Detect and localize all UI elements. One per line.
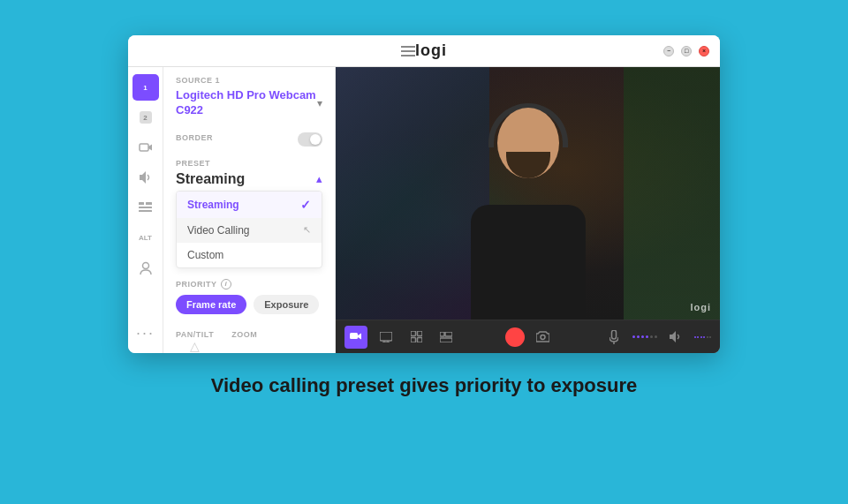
svg-rect-14 — [411, 331, 416, 336]
preset-dropdown: Streaming ✓ Video Calling ↖ Custom — [176, 191, 322, 268]
zoom-group: ZOOM — [231, 330, 257, 353]
preset-item-streaming[interactable]: Streaming ✓ — [177, 192, 322, 218]
sidebar-item-more[interactable]: ··· — [132, 320, 159, 346]
svg-point-21 — [541, 335, 545, 340]
camera-icon — [139, 140, 153, 154]
svg-rect-20 — [440, 338, 452, 342]
toolbar-gallery-icon[interactable] — [435, 326, 458, 349]
svg-rect-0 — [140, 144, 148, 151]
pantilt-group: PAN/TILT △ — [176, 330, 214, 353]
layout-icon — [139, 202, 152, 214]
svg-rect-6 — [139, 210, 152, 212]
close-button[interactable]: × — [699, 46, 709, 56]
svg-rect-3 — [139, 202, 144, 205]
user-icon — [140, 261, 152, 275]
toolbar-screen-icon[interactable] — [375, 326, 398, 349]
svg-marker-2 — [140, 171, 146, 184]
zoom-label: ZOOM — [231, 330, 257, 339]
priority-label-row: PRIORITY i — [176, 279, 322, 290]
toggle-knob — [310, 134, 321, 145]
app-body: 1 2 — [128, 67, 720, 353]
sidebar-item-audio[interactable] — [132, 164, 159, 191]
audio-icon — [140, 170, 152, 184]
minimize-button[interactable]: − — [663, 46, 674, 56]
source-1-badge: 1 — [140, 81, 152, 94]
source-selector[interactable]: Logitech HD Pro Webcam C922 ▾ — [176, 88, 322, 118]
sidebar-item-source-2[interactable]: 2 — [132, 104, 159, 131]
svg-rect-17 — [417, 338, 422, 343]
sidebar-item-camera[interactable] — [132, 134, 159, 161]
preset-section-label: PRESET — [176, 159, 322, 168]
exposure-button[interactable]: Exposure — [254, 295, 319, 314]
settings-panel: SOURCE 1 Logitech HD Pro Webcam C922 ▾ B… — [163, 67, 336, 353]
svg-rect-18 — [440, 332, 444, 336]
priority-info-icon: i — [221, 279, 231, 290]
sidebar-item-layout[interactable] — [132, 194, 159, 221]
svg-rect-5 — [139, 207, 152, 208]
mic-level-indicator — [632, 335, 657, 338]
svg-marker-9 — [358, 333, 361, 339]
sidebar-item-user[interactable] — [132, 254, 159, 281]
source-2-badge: 2 — [140, 111, 152, 124]
source-section: SOURCE 1 Logitech HD Pro Webcam C922 ▾ — [163, 67, 335, 124]
preset-video-calling-label: Video Calling — [187, 224, 250, 237]
border-toggle[interactable] — [298, 132, 322, 147]
person-silhouette — [440, 99, 617, 320]
framerate-button[interactable]: Frame rate — [176, 295, 246, 314]
preset-section: PRESET Streaming ▴ Streaming ✓ Video Cal… — [163, 155, 335, 272]
svg-rect-19 — [445, 332, 452, 336]
beard — [506, 152, 550, 178]
svg-rect-8 — [350, 333, 358, 339]
svg-rect-10 — [380, 332, 392, 341]
sidebar-item-source-1[interactable]: 1 — [132, 74, 159, 101]
pantilt-label: PAN/TILT — [176, 330, 214, 339]
toolbar-webcam-icon[interactable] — [344, 326, 367, 349]
preset-streaming-check-icon: ✓ — [300, 198, 311, 212]
preset-item-custom[interactable]: Custom — [177, 243, 322, 267]
pantilt-up-arrow-icon[interactable]: △ — [176, 339, 214, 353]
priority-section: PRIORITY i Frame rate Exposure — [163, 272, 335, 321]
toolbar-screenshot-icon[interactable] — [532, 326, 555, 349]
svg-rect-15 — [417, 331, 422, 336]
record-button[interactable] — [505, 327, 525, 347]
priority-label: PRIORITY — [176, 280, 217, 289]
toolbar-grid-icon[interactable] — [405, 326, 428, 349]
sidebar-item-alt[interactable]: ALT — [132, 224, 159, 251]
caption: Video calling preset gives priority to e… — [176, 374, 673, 397]
video-area: logi — [336, 67, 720, 353]
border-row: BORDER — [163, 127, 335, 152]
menu-icon[interactable] — [401, 46, 415, 56]
source-chevron-down-icon: ▾ — [317, 97, 322, 109]
preset-header[interactable]: Streaming ▴ — [176, 171, 322, 187]
svg-rect-16 — [411, 338, 416, 343]
speaker-level-indicator — [694, 336, 712, 338]
svg-rect-22 — [611, 330, 616, 339]
icon-sidebar: 1 2 — [128, 67, 163, 353]
svg-point-7 — [142, 262, 148, 268]
video-toolbar — [336, 320, 720, 353]
preset-selected-label: Streaming — [176, 171, 245, 187]
toolbar-speaker-icon[interactable] — [664, 326, 687, 349]
maximize-button[interactable]: □ — [681, 46, 692, 56]
cursor-indicator: ↖ — [303, 224, 311, 236]
head — [497, 108, 559, 178]
video-watermark: logi — [690, 302, 711, 312]
svg-marker-24 — [670, 331, 676, 342]
plant-background — [624, 67, 720, 320]
source-name: Logitech HD Pro Webcam C922 — [176, 88, 317, 118]
preset-custom-label: Custom — [187, 249, 223, 261]
preset-item-video-calling[interactable]: Video Calling ↖ — [177, 218, 322, 243]
preset-streaming-label: Streaming — [187, 199, 239, 211]
pantilt-section: PAN/TILT △ ZOOM — [163, 325, 335, 353]
toolbar-mic-icon[interactable] — [602, 326, 625, 349]
video-preview: logi — [336, 67, 720, 320]
priority-buttons: Frame rate Exposure — [176, 295, 322, 314]
source-label: SOURCE 1 — [176, 76, 322, 85]
title-bar: logi − □ × — [128, 35, 720, 67]
video-background — [336, 67, 720, 320]
svg-rect-4 — [146, 202, 152, 205]
preset-chevron-up-icon: ▴ — [316, 172, 322, 185]
body — [471, 205, 586, 320]
app-logo: logi — [415, 41, 447, 60]
app-window: logi − □ × 1 2 — [128, 35, 720, 353]
